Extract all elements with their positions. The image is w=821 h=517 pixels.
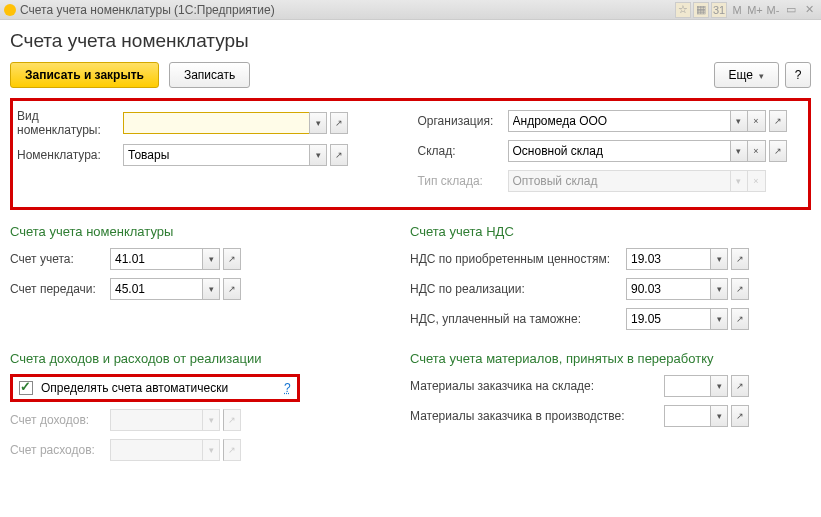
- ras-input: [110, 439, 202, 461]
- dropdown-icon[interactable]: ▾: [710, 405, 728, 427]
- dohod-section-title: Счета доходов и расходов от реализации: [10, 351, 380, 366]
- schet-label: Счет учета:: [10, 252, 110, 266]
- dropdown-icon[interactable]: ▾: [202, 278, 220, 300]
- content: Счета учета номенклатуры Записать и закр…: [0, 20, 821, 517]
- dropdown-icon: ▾: [202, 409, 220, 431]
- open-icon[interactable]: ↗: [769, 140, 787, 162]
- mater-proizv-field[interactable]: ▾ ↗: [664, 405, 749, 427]
- nom-label: Номенклатура:: [17, 148, 123, 162]
- doh-label: Счет доходов:: [10, 413, 110, 427]
- pered-field[interactable]: ▾ ↗: [110, 278, 241, 300]
- doh-field: ▾ ↗: [110, 409, 241, 431]
- ras-field: ▾ ↗: [110, 439, 241, 461]
- nds-real-field[interactable]: ▾ ↗: [626, 278, 749, 300]
- org-input[interactable]: [508, 110, 730, 132]
- org-field[interactable]: ▾ × ↗: [508, 110, 787, 132]
- tip-label: Тип склада:: [418, 174, 508, 188]
- page-title: Счета учета номенклатуры: [10, 30, 811, 52]
- open-icon[interactable]: ↗: [330, 144, 348, 166]
- dropdown-icon[interactable]: ▾: [710, 278, 728, 300]
- m-minus-icon: M-: [765, 2, 781, 18]
- nom-field[interactable]: ▾ ↗: [123, 144, 348, 166]
- vid-input[interactable]: [123, 112, 309, 134]
- clear-icon[interactable]: ×: [748, 110, 766, 132]
- save-button[interactable]: Записать: [169, 62, 250, 88]
- minimize-icon[interactable]: ▭: [783, 2, 799, 18]
- save-close-button[interactable]: Записать и закрыть: [10, 62, 159, 88]
- open-icon[interactable]: ↗: [731, 405, 749, 427]
- nds-real-input[interactable]: [626, 278, 710, 300]
- dropdown-icon[interactable]: ▾: [309, 112, 327, 134]
- nds-priob-input[interactable]: [626, 248, 710, 270]
- ras-label: Счет расходов:: [10, 443, 110, 457]
- dropdown-icon[interactable]: ▾: [202, 248, 220, 270]
- vid-field[interactable]: ▾ ↗: [123, 112, 348, 134]
- system-buttons: ☆ ▦ 31 M M+ M- ▭ ✕: [675, 2, 817, 18]
- sklad-input[interactable]: [508, 140, 730, 162]
- open-icon[interactable]: ↗: [731, 308, 749, 330]
- open-icon: ↗: [223, 409, 241, 431]
- m-plus-icon: M+: [747, 2, 763, 18]
- nds-priob-field[interactable]: ▾ ↗: [626, 248, 749, 270]
- mater-sklad-field[interactable]: ▾ ↗: [664, 375, 749, 397]
- pered-input[interactable]: [110, 278, 202, 300]
- auto-highlighted-block: Определять счета автоматически ?: [10, 374, 300, 402]
- open-icon[interactable]: ↗: [769, 110, 787, 132]
- tool-icon-2[interactable]: ▦: [693, 2, 709, 18]
- m-icon: M: [729, 2, 745, 18]
- dropdown-icon: ▾: [730, 170, 748, 192]
- nds-tam-input[interactable]: [626, 308, 710, 330]
- dropdown-icon[interactable]: ▾: [309, 144, 327, 166]
- dropdown-icon[interactable]: ▾: [730, 140, 748, 162]
- open-icon[interactable]: ↗: [731, 375, 749, 397]
- tip-input: [508, 170, 730, 192]
- titlebar: Счета учета номенклатуры (1С:Предприятие…: [0, 0, 821, 20]
- clear-icon[interactable]: ×: [748, 140, 766, 162]
- open-icon[interactable]: ↗: [731, 248, 749, 270]
- mater-sklad-input[interactable]: [664, 375, 710, 397]
- mater-proizv-input[interactable]: [664, 405, 710, 427]
- open-icon[interactable]: ↗: [223, 278, 241, 300]
- clear-icon: ×: [748, 170, 766, 192]
- sklad-label: Склад:: [418, 144, 508, 158]
- top-highlighted-block: Вид номенклатуры: ▾ ↗ Номенклатура: ▾ ↗: [10, 98, 811, 210]
- open-icon: ↗: [223, 439, 241, 461]
- org-label: Организация:: [418, 114, 508, 128]
- vid-label: Вид номенклатуры:: [17, 109, 123, 137]
- mater-sklad-label: Материалы заказчика на складе:: [410, 379, 664, 393]
- sklad-field[interactable]: ▾ × ↗: [508, 140, 787, 162]
- more-button[interactable]: Еще: [714, 62, 779, 88]
- toolbar: Записать и закрыть Записать Еще ?: [10, 62, 811, 88]
- acct-section-title: Счета учета номенклатуры: [10, 224, 380, 239]
- nds-real-label: НДС по реализации:: [410, 282, 626, 296]
- nds-tam-field[interactable]: ▾ ↗: [626, 308, 749, 330]
- tool-icon-1[interactable]: ☆: [675, 2, 691, 18]
- dropdown-icon[interactable]: ▾: [730, 110, 748, 132]
- app-icon: [4, 4, 16, 16]
- tip-field: ▾ ×: [508, 170, 766, 192]
- auto-help-link[interactable]: ?: [284, 381, 291, 395]
- dropdown-icon[interactable]: ▾: [710, 375, 728, 397]
- open-icon[interactable]: ↗: [223, 248, 241, 270]
- open-icon[interactable]: ↗: [330, 112, 348, 134]
- dropdown-icon[interactable]: ▾: [710, 248, 728, 270]
- mater-section-title: Счета учета материалов, принятых в перер…: [410, 351, 811, 366]
- nom-input[interactable]: [123, 144, 309, 166]
- close-icon[interactable]: ✕: [801, 2, 817, 18]
- mater-proizv-label: Материалы заказчика в производстве:: [410, 409, 664, 423]
- pered-label: Счет передачи:: [10, 282, 110, 296]
- schet-field[interactable]: ▾ ↗: [110, 248, 241, 270]
- tool-icon-3[interactable]: 31: [711, 2, 727, 18]
- open-icon[interactable]: ↗: [731, 278, 749, 300]
- window-title: Счета учета номенклатуры (1С:Предприятие…: [20, 3, 675, 17]
- dropdown-icon: ▾: [202, 439, 220, 461]
- doh-input: [110, 409, 202, 431]
- nds-section-title: Счета учета НДС: [410, 224, 811, 239]
- dropdown-icon[interactable]: ▾: [710, 308, 728, 330]
- auto-checkbox[interactable]: [19, 381, 33, 395]
- help-button[interactable]: ?: [785, 62, 811, 88]
- schet-input[interactable]: [110, 248, 202, 270]
- auto-label: Определять счета автоматически: [41, 381, 228, 395]
- nds-priob-label: НДС по приобретенным ценностям:: [410, 252, 626, 266]
- nds-tam-label: НДС, уплаченный на таможне:: [410, 312, 626, 326]
